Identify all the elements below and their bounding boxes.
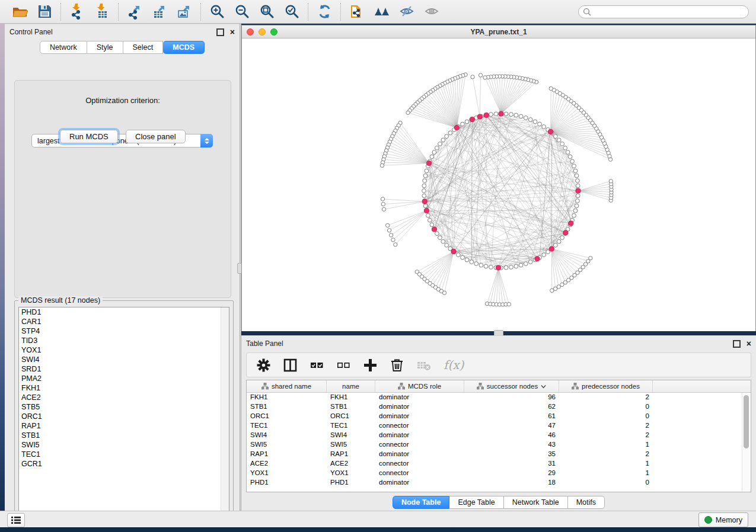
mcds-result-item[interactable]: TEC1 — [19, 450, 229, 459]
node-table-header: shared namenameMCDS rolesuccessor nodesp… — [247, 380, 751, 393]
mcds-result-item[interactable]: SWI5 — [19, 440, 229, 450]
share-document-icon[interactable] — [349, 4, 365, 20]
mcds-result-item[interactable]: TID3 — [19, 336, 229, 345]
mcds-result-item[interactable]: STB5 — [19, 402, 229, 412]
tab-motifs[interactable]: Motifs — [568, 496, 605, 509]
table-cell: 1 — [559, 459, 653, 469]
save-session-icon[interactable] — [36, 4, 53, 20]
close-table-panel-icon[interactable]: × — [747, 341, 751, 347]
zoom-in-icon[interactable] — [209, 4, 225, 20]
table-row[interactable]: FKH1FKH1dominator962 — [247, 393, 751, 402]
task-history-button[interactable] — [7, 513, 25, 527]
column-header-predecessor-nodes[interactable]: predecessor nodes — [559, 380, 653, 392]
table-cell: FKH1 — [327, 393, 375, 402]
show-graphics-details-icon[interactable] — [423, 4, 440, 20]
open-file-icon[interactable] — [11, 4, 28, 20]
mcds-result-item[interactable]: STB1 — [19, 431, 229, 440]
delete-column-icon[interactable] — [388, 357, 405, 373]
tab-edge-table[interactable]: Edge Table — [449, 496, 503, 509]
mcds-result-item[interactable]: STP4 — [19, 326, 229, 336]
toolbar-group — [118, 3, 200, 21]
mcds-result-item[interactable]: SRD1 — [19, 364, 229, 374]
tab-style[interactable]: Style — [87, 41, 123, 54]
mcds-result-item[interactable]: SWI4 — [19, 355, 229, 364]
mcds-result-item[interactable]: CAR1 — [19, 317, 229, 326]
deselect-all-icon[interactable] — [335, 357, 352, 373]
network-view-window: YPA_prune.txt_1 — [241, 25, 756, 331]
node-table: shared namenameMCDS rolesuccessor nodesp… — [246, 380, 751, 492]
memory-button[interactable]: Memory — [698, 512, 748, 527]
toolbar-group — [4, 3, 60, 21]
first-neighbors-icon[interactable] — [374, 4, 390, 20]
table-cell: 0 — [559, 478, 653, 488]
mcds-result-item[interactable]: ORC1 — [19, 412, 229, 421]
import-table-icon[interactable] — [94, 4, 110, 20]
mcds-result-item[interactable]: PMA2 — [19, 374, 229, 383]
mcds-result-item[interactable]: GCR1 — [19, 459, 229, 469]
column-header-MCDS-role[interactable]: MCDS role — [375, 380, 464, 392]
export-table-icon[interactable] — [151, 4, 168, 20]
network-graph-canvas[interactable] — [242, 39, 755, 331]
add-column-icon[interactable] — [362, 357, 378, 373]
table-row[interactable]: YOX1YOX1connector291 — [247, 469, 751, 478]
refresh-layout-icon[interactable] — [316, 4, 333, 20]
table-cell: connector — [375, 469, 464, 478]
search-input[interactable] — [578, 5, 749, 18]
table-row[interactable]: ORC1ORC1dominator610 — [247, 412, 751, 421]
split-panel-icon[interactable] — [282, 357, 298, 373]
table-row[interactable]: SWI5SWI5connector431 — [247, 440, 751, 450]
mcds-result-item[interactable]: YOX1 — [19, 345, 229, 355]
mcds-result-item[interactable]: ACE2 — [19, 393, 229, 402]
memory-label: Memory — [716, 516, 742, 524]
table-cell: SWI5 — [327, 440, 375, 450]
float-panel-icon[interactable] — [216, 28, 224, 36]
table-row[interactable]: ACE2ACE2connector311 — [247, 459, 751, 469]
column-header-name[interactable]: name — [327, 380, 375, 392]
zoom-out-icon[interactable] — [234, 4, 250, 20]
table-cell: PHD1 — [247, 478, 327, 488]
zoom-fit-icon[interactable] — [259, 4, 275, 20]
close-panel-button[interactable]: Close panel — [126, 130, 186, 143]
settings-gear-icon[interactable] — [255, 357, 272, 373]
float-table-panel-icon[interactable] — [733, 340, 741, 348]
mcds-result-list[interactable]: PHD1CAR1STP4TID3YOX1SWI4SRD1PMA2FKH1ACE2… — [18, 307, 229, 518]
column-header-successor-nodes[interactable]: successor nodes — [464, 380, 559, 392]
tab-select[interactable]: Select — [123, 41, 164, 54]
table-panel: Table Panel × f(x) shared namenameMCDS r… — [241, 335, 756, 511]
table-row[interactable]: RAP1RAP1dominator352 — [247, 450, 751, 459]
select-all-icon[interactable] — [308, 357, 325, 373]
export-network-icon[interactable] — [126, 4, 143, 20]
mcds-result-item[interactable]: FKH1 — [19, 383, 229, 393]
table-cell: TEC1 — [247, 421, 327, 431]
import-network-icon[interactable] — [69, 4, 85, 20]
table-cell: RAP1 — [327, 450, 375, 459]
run-mcds-button[interactable]: Run MCDS — [60, 130, 118, 143]
table-row[interactable]: STB1STB1dominator620 — [247, 402, 751, 412]
hide-graphics-details-icon[interactable] — [398, 4, 415, 20]
table-cell: SWI5 — [247, 440, 327, 450]
tab-mcds[interactable]: MCDS — [163, 41, 205, 54]
table-row[interactable]: SWI4SWI4dominator462 — [247, 431, 751, 440]
mcds-tab-content: Optimization criterion: largest connecte… — [14, 80, 231, 298]
tab-network-table[interactable]: Network Table — [504, 496, 568, 509]
node-table-scrollbar[interactable] — [742, 393, 750, 491]
function-builder-icon: f(x) — [442, 357, 465, 373]
zoom-selected-icon[interactable] — [283, 4, 300, 20]
table-row[interactable]: PHD1PHD1dominator180 — [247, 478, 751, 488]
control-panel: Control Panel × NetworkStyleSelectMCDS O… — [5, 24, 240, 511]
export-image-icon[interactable] — [176, 4, 193, 20]
tab-node-table[interactable]: Node Table — [393, 496, 449, 509]
close-panel-icon[interactable]: × — [230, 30, 235, 35]
table-cell: 1 — [559, 440, 653, 450]
scrollbar-thumb[interactable] — [744, 395, 749, 448]
tab-network[interactable]: Network — [40, 41, 87, 54]
table-row[interactable]: TEC1TEC1connector472 — [247, 421, 751, 431]
column-header-shared-name[interactable]: shared name — [247, 380, 327, 392]
mcds-result-item[interactable]: PHD1 — [19, 307, 229, 317]
toolbar-group — [200, 3, 308, 21]
mcds-list-scrollbar[interactable] — [221, 307, 229, 517]
table-cell: YOX1 — [247, 469, 327, 478]
table-panel-title: Table Panel — [246, 339, 733, 348]
optimization-criterion-dropdown[interactable]: largest connected component (undirected) — [31, 134, 213, 148]
mcds-result-item[interactable]: RAP1 — [19, 421, 229, 431]
